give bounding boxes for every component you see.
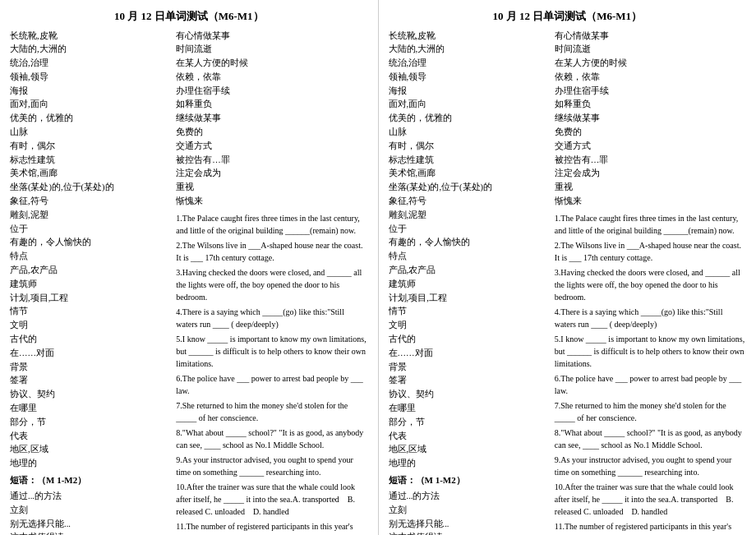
right-vocab: 长统靴,皮靴大陆的,大洲的统治,治理领袖,领导海报面对,面向优美的，优雅的山脉有… xyxy=(389,30,548,536)
vocab-item: 古代的 xyxy=(389,333,548,347)
phrase-item: 这本书值得读 xyxy=(389,531,548,535)
right-item: 免费的 xyxy=(555,126,746,140)
vocab-item: 海报 xyxy=(389,85,548,99)
phrase-item: 立刻 xyxy=(389,504,548,518)
vocab-item: 象征,符号 xyxy=(10,195,169,209)
vocab-item: 在哪里 xyxy=(389,402,548,416)
phrase-item: 通过...的方法 xyxy=(10,490,169,504)
right-item: 重视 xyxy=(176,181,367,195)
vocab-item: 在……对面 xyxy=(389,347,548,361)
section2-title-left: 短语：（M 1-M2） xyxy=(10,474,169,487)
question-item: 7.She returned to him the money she'd st… xyxy=(555,399,746,424)
right-item: 在某人方便的时候 xyxy=(176,57,367,71)
vocab-item: 协议、契约 xyxy=(10,388,169,402)
question-item: 6.The police have ___ power to arrest ba… xyxy=(176,372,367,397)
vocab-item: 在哪里 xyxy=(10,402,169,416)
question-item: 8."What about _____ school?" "It is as g… xyxy=(555,427,746,451)
question-item: 6.The police have ___ power to arrest ba… xyxy=(555,372,746,397)
vocab-item: 背景 xyxy=(10,361,169,375)
vocab-item: 长统靴,皮靴 xyxy=(10,30,169,44)
vocab-item: 海报 xyxy=(10,85,169,99)
vocab-item: 雕刻,泥塑 xyxy=(10,209,169,223)
vocab-list-left: 长统靴,皮靴大陆的,大洲的统治,治理领袖,领导海报面对,面向优美的，优雅的山脉有… xyxy=(10,30,169,472)
vocab-item: 有趣的，令人愉快的 xyxy=(389,236,548,250)
question-item: 10.After the trainer was sure that the w… xyxy=(176,481,367,518)
right-questions-right: 有心情做某事时间流逝在某人方便的时候依赖，依靠办理住宿手续如释重负继续做某事免费… xyxy=(555,30,746,536)
phrase-list-left: 通过...的方法立刻别无选择只能...这本书值得读 xyxy=(10,490,169,535)
vocab-item: 象征,符号 xyxy=(389,195,548,209)
question-item: 7.She returned to him the money she'd st… xyxy=(176,399,367,424)
right-item: 依赖，依靠 xyxy=(555,71,746,85)
right-title: 10 月 12 日单词测试（M6-M1） xyxy=(389,8,747,25)
right-item: 如释重负 xyxy=(176,98,367,112)
vocab-item: 在……对面 xyxy=(10,347,169,361)
right-item: 继续做某事 xyxy=(555,112,746,126)
right-items-list-right: 有心情做某事时间流逝在某人方便的时候依赖，依靠办理住宿手续如释重负继续做某事免费… xyxy=(555,30,746,209)
right-item: 有心情做某事 xyxy=(555,30,746,44)
right-item: 惭愧来 xyxy=(555,195,746,209)
vocab-item: 有时，偶尔 xyxy=(389,140,548,154)
vocab-item: 地区,区域 xyxy=(389,443,548,457)
right-item: 在某人方便的时候 xyxy=(555,57,746,71)
right-item: 时间流逝 xyxy=(176,43,367,57)
right-item: 被控告有…罪 xyxy=(176,154,367,168)
vocab-item: 签署 xyxy=(10,374,169,388)
questions-right: 1.The Palace caught fires three times in… xyxy=(555,212,746,535)
right-item: 时间流逝 xyxy=(555,43,746,57)
vocab-item: 大陆的,大洲的 xyxy=(10,43,169,57)
left-vocab: 长统靴,皮靴大陆的,大洲的统治,治理领袖,领导海报面对,面向优美的，优雅的山脉有… xyxy=(10,30,169,536)
phrase-item: 别无选择只能... xyxy=(389,518,548,532)
question-item: 9.As your instructor advised, you ought … xyxy=(176,454,367,478)
right-item: 被控告有…罪 xyxy=(555,154,746,168)
question-item: 5.I know _____ is important to know my o… xyxy=(555,333,746,370)
vocab-item: 位于 xyxy=(389,223,548,237)
vocab-item: 美术馆,画廊 xyxy=(10,167,169,181)
vocab-item: 协议、契约 xyxy=(389,388,548,402)
question-item: 4.There is a saying which _____(go) like… xyxy=(176,306,367,330)
vocab-item: 背景 xyxy=(389,361,548,375)
vocab-item: 代表 xyxy=(10,430,169,444)
right-column: 10 月 12 日单词测试（M6-M1） 长统靴,皮靴大陆的,大洲的统治,治理领… xyxy=(379,0,757,535)
question-item: 11.The number of registered participants… xyxy=(555,520,746,535)
phrase-item: 这本书值得读 xyxy=(10,531,169,535)
right-item: 有心情做某事 xyxy=(176,30,367,44)
vocab-item: 产品,农产品 xyxy=(389,264,548,278)
right-item: 交通方式 xyxy=(555,140,746,154)
phrase-item: 立刻 xyxy=(10,504,169,518)
vocab-item: 统治,治理 xyxy=(10,57,169,71)
vocab-item: 特点 xyxy=(389,250,548,264)
vocab-item: 文明 xyxy=(10,319,169,333)
phrase-item: 通过...的方法 xyxy=(389,490,548,504)
vocab-item: 优美的，优雅的 xyxy=(389,112,548,126)
vocab-item: 文明 xyxy=(389,319,548,333)
vocab-item: 雕刻,泥塑 xyxy=(389,209,548,223)
vocab-item: 签署 xyxy=(389,374,548,388)
vocab-item: 优美的，优雅的 xyxy=(10,112,169,126)
right-item: 如释重负 xyxy=(555,98,746,112)
vocab-item: 大陆的,大洲的 xyxy=(389,43,548,57)
vocab-item: 特点 xyxy=(10,250,169,264)
vocab-item: 面对,面向 xyxy=(10,98,169,112)
phrase-item: 别无选择只能... xyxy=(10,518,169,532)
right-item: 注定会成为 xyxy=(555,167,746,181)
vocab-item: 产品,农产品 xyxy=(10,264,169,278)
vocab-item: 领袖,领导 xyxy=(389,71,548,85)
vocab-item: 有趣的，令人愉快的 xyxy=(10,236,169,250)
vocab-item: 标志性建筑 xyxy=(10,154,169,168)
vocab-item: 代表 xyxy=(389,430,548,444)
right-questions-left: 有心情做某事时间流逝在某人方便的时候依赖，依靠办理住宿手续如释重负继续做某事免费… xyxy=(176,30,367,536)
vocab-item: 情节 xyxy=(10,305,169,319)
question-item: 5.I know _____ is important to know my o… xyxy=(176,333,367,370)
vocab-item: 位于 xyxy=(10,223,169,237)
vocab-item: 建筑师 xyxy=(10,278,169,292)
vocab-item: 地区,区域 xyxy=(10,443,169,457)
vocab-item: 有时，偶尔 xyxy=(10,140,169,154)
right-item: 注定会成为 xyxy=(176,167,367,181)
question-item: 3.Having checked the doors were closed, … xyxy=(176,266,367,303)
left-title: 10 月 12 日单词测试（M6-M1） xyxy=(10,8,368,25)
vocab-item: 计划,项目,工程 xyxy=(10,292,169,306)
right-item: 依赖，依靠 xyxy=(176,71,367,85)
right-item: 办理住宿手续 xyxy=(176,85,367,99)
right-items-list-left: 有心情做某事时间流逝在某人方便的时候依赖，依靠办理住宿手续如释重负继续做某事免费… xyxy=(176,30,367,209)
right-item: 免费的 xyxy=(176,126,367,140)
